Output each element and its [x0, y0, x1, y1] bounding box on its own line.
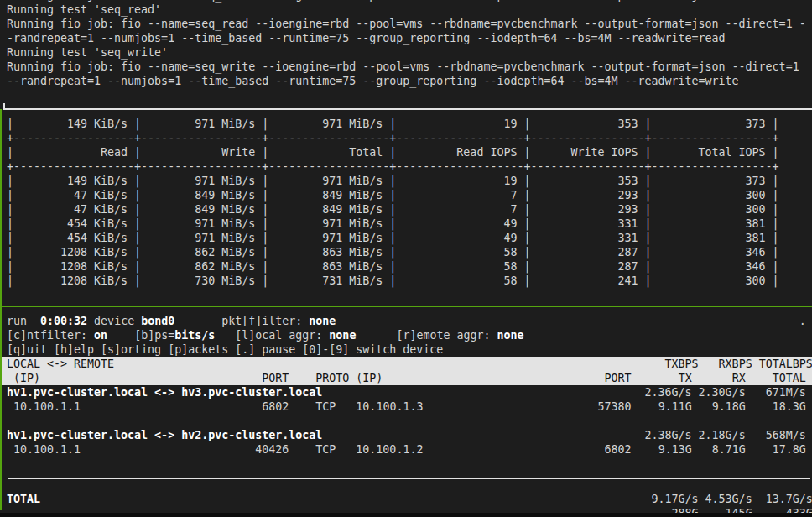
text-segment: TCP [315, 443, 336, 456]
text-segment: on [94, 329, 107, 342]
blank-line [7, 414, 812, 428]
table-row: | 47 KiB/s | 849 MiB/s | 849 MiB/s | 7 |… [7, 188, 812, 202]
table-row: | 454 KiB/s | 971 MiB/s | 971 MiB/s | 49… [7, 217, 812, 231]
text-segment: LOCAL <-> REMOTE [7, 358, 114, 370]
text-segment: 2.30G/s [699, 386, 746, 399]
text-segment: none [329, 329, 356, 342]
fio-log-pane: Running test 'seq_read'Running fio job: … [0, 3, 812, 88]
table-separator: +------------------+------------------+-… [7, 131, 812, 145]
text-segment: 10.100.1.1 [13, 400, 81, 413]
traf-detail-row: 10.100.1.1 6802 TCP 10.100.1.3 57380 9.1… [7, 400, 812, 414]
log-line: Running test 'seq_read' [7, 3, 812, 17]
text-segment: 8.71G [712, 443, 746, 456]
blank-line [7, 457, 812, 471]
traf-help-line: [q]uit [h]elp [s]orting [p]ackets [.] pa… [7, 342, 812, 357]
traf-total-row: TOTAL 9.17G/s 4.53G/s 13.7G/s [7, 492, 812, 506]
traf-filters-line: [c]ntfilter: on [b]ps=bits/s [l]ocal agg… [7, 328, 812, 342]
text-segment: TCP [315, 400, 336, 413]
text-segment: 57380 [598, 400, 632, 413]
text-segment: 9.13G [658, 443, 692, 456]
table-row: | 454 KiB/s | 971 MiB/s | 971 MiB/s | 49… [7, 231, 812, 245]
left-pane-border [0, 109, 2, 510]
text-segment: RXBPS [719, 358, 752, 370]
text-segment: 2.36G/s [645, 386, 692, 399]
traf-header-row-2: (IP) PORT PROTO (IP) PORT TX RX TOTAL [0, 371, 812, 385]
table-row: | 1208 KiB/s | 730 MiB/s | 731 MiB/s | 5… [7, 274, 812, 288]
text-segment: PROTO [315, 372, 349, 384]
text-segment: hv1.pvc-cluster.local <-> hv3.pvc-cluste… [7, 386, 322, 399]
trafshow-pane: run 0:00:32 device bond0 pkt[f]ilter: no… [0, 314, 812, 517]
text-segment: RX [732, 372, 746, 384]
text-segment: 13.7G/s [766, 493, 812, 505]
table-row: | 1208 KiB/s | 862 MiB/s | 863 MiB/s | 5… [7, 245, 812, 259]
log-line: Running test 'seq_write' [7, 45, 812, 60]
text-segment: hv1.pvc-cluster.local <-> hv2.pvc-cluste… [7, 429, 322, 441]
traf-connection-row: hv1.pvc-cluster.local <-> hv3.pvc-cluste… [7, 385, 812, 400]
traf-connection-row: hv1.pvc-cluster.local <-> hv2.pvc-cluste… [7, 428, 812, 442]
traf-header-row-1: LOCAL <-> REMOTE TXBPS RXBPS TOTALBPS [0, 357, 812, 371]
table-row: | 47 KiB/s | 849 MiB/s | 849 MiB/s | 7 |… [7, 202, 812, 217]
log-line: Running fio job: fio --name=seq_read --i… [7, 17, 812, 31]
text-segment: none [309, 315, 336, 327]
text-segment: TX [679, 372, 692, 384]
text-segment: (IP) [13, 372, 40, 384]
text-segment: TOTALBPS [759, 358, 812, 370]
text-segment: 10.100.1.2 [356, 443, 423, 456]
text-segment: device [94, 315, 134, 327]
text-segment: 40426 [255, 443, 289, 456]
table-header-row: | Read | Write | Total | Read IOPS | Wri… [7, 145, 812, 159]
text-segment: 10.100.1.3 [356, 400, 423, 413]
table-current-row: | 149 KiB/s | 971 MiB/s | 971 MiB/s | 19… [7, 117, 812, 131]
bottom-strip [0, 513, 812, 517]
log-line: Running fio job: fio --name=seq_write --… [7, 60, 812, 74]
table-separator: +------------------+------------------+-… [7, 159, 812, 174]
text-segment: 568M/s [766, 429, 806, 441]
text-segment: TXBPS [665, 358, 699, 370]
table-row: | 149 KiB/s | 971 MiB/s | 971 MiB/s | 19… [7, 174, 812, 188]
text-segment: 17.8G [773, 443, 806, 456]
text-segment: 2.18G/s [699, 429, 746, 441]
text-segment: PORT [605, 372, 632, 384]
traf-status-line: run 0:00:32 device bond0 pkt[f]ilter: no… [7, 314, 812, 328]
text-segment: 6802 [605, 443, 632, 456]
text-segment: none [497, 329, 524, 342]
text-segment: [l]ocal aggr: [235, 329, 322, 342]
text-segment: [q]uit [h]elp [s]orting [p]ackets [.] pa… [7, 343, 443, 356]
text-segment: TOTAL [7, 493, 40, 505]
text-segment: [b]ps= [134, 329, 174, 342]
text-segment: 671M/s [766, 386, 806, 399]
text-segment: 10.100.1.1 [13, 443, 81, 456]
table-row: | 1208 KiB/s | 862 MiB/s | 863 MiB/s | 5… [7, 259, 812, 274]
total-divider-line [8, 478, 810, 479]
text-segment: [r]emote aggr: [396, 329, 490, 342]
text-segment: 6802 [262, 400, 289, 413]
text-segment: 18.3G [773, 400, 806, 413]
benchmark-results-pane: | 149 KiB/s | 971 MiB/s | 971 MiB/s | 19… [0, 117, 812, 288]
terminal-screen[interactable]: Running fio job: fio --name=seq_read --i… [0, 0, 812, 517]
text-segment: PORT [262, 372, 289, 384]
text-segment: . [799, 315, 806, 327]
text-segment: 9.18G [712, 400, 746, 413]
text-segment: 9.17G/s [652, 493, 699, 505]
text-segment: TOTAL [773, 372, 806, 384]
text-segment: (IP) [356, 372, 383, 384]
text-segment: bits/s [174, 329, 215, 342]
text-segment: [c]ntfilter: [7, 329, 87, 342]
log-line: -randrepeat=1 --numjobs=1 --time_based -… [7, 31, 812, 45]
text-segment: 4.53G/s [705, 493, 752, 505]
text-segment: run [7, 315, 27, 327]
text-segment: bond0 [141, 315, 174, 327]
text-segment: 2.38G/s [645, 429, 692, 441]
pane-divider-top [3, 108, 812, 110]
total-divider [7, 478, 812, 492]
pane-divider-bottom [0, 306, 812, 307]
text-segment: pkt[f]ilter: [221, 315, 302, 327]
text-segment: 9.11G [658, 400, 692, 413]
text-segment: 0:00:32 [40, 315, 87, 327]
log-line: --randrepeat=1 --numjobs=1 --time_based … [7, 74, 812, 88]
traf-detail-row: 10.100.1.1 40426 TCP 10.100.1.2 6802 9.1… [7, 442, 812, 457]
